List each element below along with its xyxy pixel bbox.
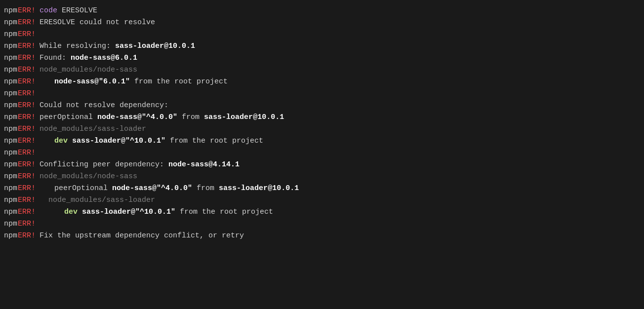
terminal-line: npm ERR! code ERESOLVE <box>4 5 640 17</box>
terminal: npm ERR! code ERESOLVE npm ERR! ERESOLVE… <box>0 0 644 309</box>
err-label: ERR! <box>18 17 36 29</box>
err-label: ERR! <box>18 171 36 183</box>
line-content: code <box>40 5 62 17</box>
line-content: Fix the upstream dependency conflict, or… <box>40 230 244 242</box>
line-content: Conflicting peer dependency: <box>40 159 168 171</box>
err-label: ERR! <box>18 183 36 194</box>
npm-label: npm <box>4 218 17 230</box>
npm-label: npm <box>4 88 17 100</box>
npm-label: npm <box>4 159 17 171</box>
terminal-line: npm ERR! Found: node-sass@6.0.1 <box>4 52 640 64</box>
terminal-line: npm ERR! <box>4 29 640 40</box>
err-label: ERR! <box>18 112 36 123</box>
err-label: ERR! <box>18 218 36 230</box>
line-content: Could not resolve dependency: <box>40 100 168 112</box>
line-content: node_modules/node-sass <box>40 64 137 76</box>
npm-label: npm <box>4 5 17 17</box>
terminal-line: npm ERR! Could not resolve dependency: <box>4 100 640 112</box>
terminal-line: npm ERR! <box>4 147 640 159</box>
npm-label: npm <box>4 29 17 40</box>
err-label: ERR! <box>18 206 36 218</box>
npm-label: npm <box>4 123 17 135</box>
line-content: Found: <box>40 52 71 64</box>
npm-label: npm <box>4 52 17 64</box>
npm-label: npm <box>4 206 17 218</box>
terminal-line: npm ERR! node_modules/node-sass <box>4 171 640 183</box>
err-label: ERR! <box>18 64 36 76</box>
npm-label: npm <box>4 112 17 123</box>
err-label: ERR! <box>18 52 36 64</box>
terminal-line: npm ERR! dev sass-loader@"^10.0.1" from … <box>4 135 640 147</box>
npm-label: npm <box>4 147 17 159</box>
terminal-line: npm ERR! peerOptional node-sass@"^4.0.0"… <box>4 112 640 123</box>
line-content: While resolving: <box>40 40 115 52</box>
npm-label: npm <box>4 183 17 194</box>
terminal-line: npm ERR! Conflicting peer dependency: no… <box>4 159 640 171</box>
terminal-line: npm ERR! dev sass-loader@"^10.0.1" from … <box>4 206 640 218</box>
err-label: ERR! <box>18 88 36 100</box>
npm-label: npm <box>4 135 17 147</box>
line-content: sass-loader@"^10.0.1" <box>72 135 165 147</box>
line-content: ERESOLVE could not resolve <box>40 17 155 29</box>
npm-label: npm <box>4 100 17 112</box>
npm-label: npm <box>4 171 17 183</box>
terminal-line: npm ERR! node_modules/node-sass <box>4 64 640 76</box>
err-label: ERR! <box>18 123 36 135</box>
err-label: ERR! <box>18 194 36 206</box>
err-label: ERR! <box>18 230 36 242</box>
terminal-line: npm ERR! While resolving: sass-loader@10… <box>4 40 640 52</box>
err-label: ERR! <box>18 147 36 159</box>
line-content: sass-loader@"^10.0.1" <box>82 206 175 218</box>
terminal-line: npm ERR! node_modules/sass-loader <box>4 123 640 135</box>
dev-label: dev <box>54 135 68 147</box>
terminal-line: npm ERR! <box>4 88 640 100</box>
npm-label: npm <box>4 40 17 52</box>
err-label: ERR! <box>18 5 36 17</box>
npm-label: npm <box>4 64 17 76</box>
line-content: peerOptional <box>40 112 97 123</box>
err-label: ERR! <box>18 29 36 40</box>
line-content: node_modules/sass-loader <box>40 194 155 206</box>
line-content: peerOptional <box>54 183 112 194</box>
npm-label: npm <box>4 230 17 242</box>
terminal-line: npm ERR! node-sass@"6.0.1" from the root… <box>4 76 640 88</box>
terminal-line: npm ERR! ERESOLVE could not resolve <box>4 17 640 29</box>
err-label: ERR! <box>18 100 36 112</box>
line-content: node-sass@"6.0.1" <box>54 76 130 88</box>
err-label: ERR! <box>18 76 36 88</box>
dev-label: dev <box>64 206 78 218</box>
err-label: ERR! <box>18 135 36 147</box>
terminal-line: npm ERR! Fix the upstream dependency con… <box>4 230 640 242</box>
npm-label: npm <box>4 194 17 206</box>
line-content: node_modules/sass-loader <box>40 123 146 135</box>
npm-label: npm <box>4 76 17 88</box>
terminal-line: npm ERR! peerOptional node-sass@"^4.0.0"… <box>4 183 640 194</box>
err-label: ERR! <box>18 159 36 171</box>
err-label: ERR! <box>18 40 36 52</box>
line-content: node_modules/node-sass <box>40 171 137 183</box>
terminal-line: npm ERR! <box>4 218 640 230</box>
terminal-line: npm ERR! node_modules/sass-loader <box>4 194 640 206</box>
npm-label: npm <box>4 17 17 29</box>
